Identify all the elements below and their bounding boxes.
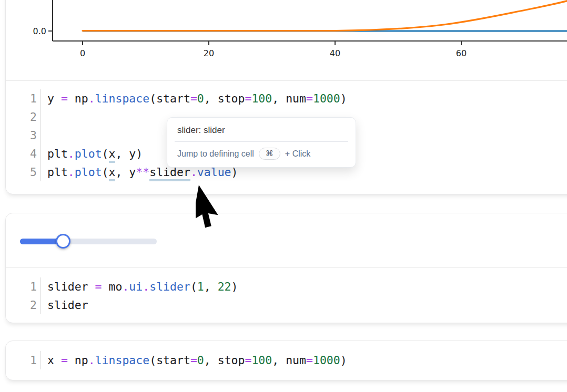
code-token: . xyxy=(88,92,95,105)
code-line[interactable]: 2slider xyxy=(6,296,567,314)
cell-x: 1x = np.linspace(start=0, stop=100, num=… xyxy=(5,341,567,380)
code-token: ( xyxy=(190,280,197,293)
line-number: 1 xyxy=(6,89,40,108)
code-editor-x[interactable]: 1x = np.linspace(start=0, stop=100, num=… xyxy=(6,341,567,380)
code-line[interactable]: 1y = np.linspace(start=0, stop=100, num=… xyxy=(6,89,567,108)
code-token: , num xyxy=(272,92,306,105)
code-token: . xyxy=(122,280,129,293)
code-token: linspace xyxy=(95,354,150,367)
variable-tooltip: slider: slider Jump to defining cell ⌘ +… xyxy=(167,117,356,168)
variable-reference[interactable]: x xyxy=(109,147,116,163)
code-token: , stop xyxy=(204,354,245,367)
mouse-cursor-icon xyxy=(196,183,238,236)
code-text: slider = mo.ui.slider(1, 22) xyxy=(40,277,238,296)
x-tick-label: 20 xyxy=(204,48,214,58)
code-token: 100 xyxy=(251,354,272,367)
code-token: = xyxy=(306,92,313,105)
code-token: start xyxy=(156,354,190,367)
code-text: slider xyxy=(40,296,88,314)
code-token: = xyxy=(190,354,197,367)
code-token: start xyxy=(156,92,190,105)
code-token: 0 xyxy=(197,354,204,367)
code-token: plot xyxy=(75,147,102,160)
code-token: np xyxy=(68,354,88,367)
cell-slider: 1slider = mo.ui.slider(1, 22)2slider xyxy=(5,213,567,323)
code-token: 1 xyxy=(197,280,204,293)
code-token: . xyxy=(68,147,75,160)
code-token: 1000 xyxy=(313,92,340,105)
code-token: ) xyxy=(231,280,238,293)
code-token: . xyxy=(68,166,75,179)
code-text: y = np.linspace(start=0, stop=100, num=1… xyxy=(40,89,347,108)
tooltip-click-hint: + Click xyxy=(285,149,310,159)
code-token: 22 xyxy=(218,280,231,293)
tooltip-action-label: Jump to defining cell xyxy=(177,149,254,159)
code-token: 0 xyxy=(197,92,204,105)
code-line[interactable]: 1x = np.linspace(start=0, stop=100, num=… xyxy=(6,351,567,369)
x-tick-marks xyxy=(83,41,461,45)
variable-reference[interactable]: x xyxy=(109,166,116,181)
code-token: 100 xyxy=(251,92,272,105)
code-token: ) xyxy=(340,354,347,367)
code-token: ** xyxy=(136,166,149,179)
code-token: = xyxy=(61,354,68,367)
orange-curve-series xyxy=(83,0,567,31)
code-token: , stop xyxy=(204,92,245,105)
plot-output: 0.0 0 20 40 60 xyxy=(6,0,567,81)
code-text: plt.plot(x, y) xyxy=(40,145,143,163)
line-number: 2 xyxy=(6,296,40,314)
line-number: 5 xyxy=(6,163,40,181)
line-number: 2 xyxy=(6,108,40,126)
code-editor-slider[interactable]: 1slider = mo.ui.slider(1, 22)2slider xyxy=(6,268,567,323)
code-token: 1000 xyxy=(313,354,340,367)
code-token: plt xyxy=(47,166,68,179)
code-token: np xyxy=(68,92,88,105)
code-token: slider xyxy=(149,280,190,293)
slider-output xyxy=(6,213,567,268)
variable-reference[interactable]: slider xyxy=(149,166,190,181)
code-text xyxy=(40,108,47,126)
line-number: 1 xyxy=(6,277,40,296)
code-line[interactable]: 1slider = mo.ui.slider(1, 22) xyxy=(6,277,567,296)
code-text: x = np.linspace(start=0, stop=100, num=1… xyxy=(40,351,347,369)
code-token: x xyxy=(47,354,61,367)
slider-thumb[interactable] xyxy=(56,234,70,249)
code-token: , xyxy=(204,280,218,293)
command-key-badge: ⌘ xyxy=(259,148,280,160)
x-tick-label: 60 xyxy=(456,48,467,58)
y-tick-label: 0.0 xyxy=(33,26,46,36)
code-token: mo xyxy=(102,280,123,293)
code-token: . xyxy=(88,354,95,367)
matplotlib-plot: 0.0 0 20 40 60 xyxy=(6,0,567,80)
code-token: = xyxy=(245,354,251,367)
code-token: . xyxy=(143,280,149,293)
code-token: = xyxy=(190,92,197,105)
tooltip-divider xyxy=(175,141,348,142)
code-token: plt xyxy=(47,147,68,160)
code-token: ( xyxy=(102,147,109,160)
code-token: slider xyxy=(47,280,95,293)
code-token: = xyxy=(95,280,102,293)
code-token: plot xyxy=(75,166,102,179)
line-number: 3 xyxy=(6,126,40,145)
code-token: = xyxy=(61,92,68,105)
x-tick-label: 0 xyxy=(80,48,85,58)
code-token: , y) xyxy=(115,147,143,160)
code-text xyxy=(40,126,47,145)
code-token: = xyxy=(245,92,251,105)
x-tick-label: 40 xyxy=(330,48,340,58)
code-token: , y xyxy=(115,166,136,179)
code-token: ui xyxy=(129,280,143,293)
code-token: linspace xyxy=(95,92,150,105)
code-token: slider xyxy=(47,298,88,312)
slider-track[interactable] xyxy=(20,239,157,244)
code-token: ( xyxy=(149,354,156,367)
code-token: y xyxy=(47,92,61,105)
line-number: 1 xyxy=(6,351,40,369)
code-token: ( xyxy=(149,92,156,105)
code-token: , num xyxy=(272,354,306,367)
code-token: = xyxy=(306,354,313,367)
line-number: 4 xyxy=(6,145,40,163)
code-token: ( xyxy=(102,166,109,179)
tooltip-title: slider: slider xyxy=(177,125,346,136)
